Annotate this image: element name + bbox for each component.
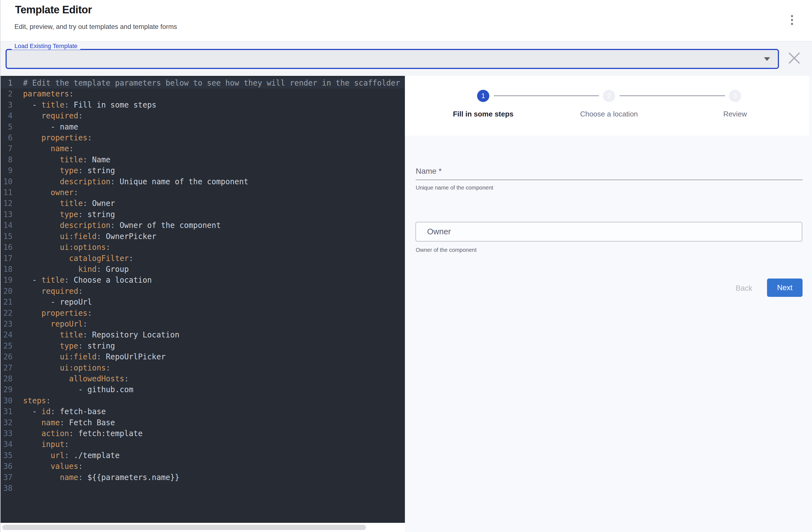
code-line[interactable]: 7 name: xyxy=(0,143,405,154)
load-template-label: Load Existing Template xyxy=(12,43,80,50)
line-content: title: Name xyxy=(13,155,111,164)
line-content: type: string xyxy=(13,341,115,350)
code-line[interactable]: 15 ui:field: OwnerPicker xyxy=(0,231,405,242)
code-line[interactable]: 29 - github.com xyxy=(0,384,405,395)
line-number: 34 xyxy=(0,439,13,450)
owner-input[interactable]: Owner xyxy=(416,222,802,241)
code-line[interactable]: 14 description: Owner of the component xyxy=(0,220,405,231)
code-line[interactable]: 19 - title: Choose a location xyxy=(0,275,405,285)
line-number: 31 xyxy=(0,406,13,417)
code-line[interactable]: 17 catalogFilter: xyxy=(0,253,405,264)
line-content: ui:options: xyxy=(13,363,111,372)
code-line[interactable]: 27 ui:options: xyxy=(0,362,405,373)
page-subtitle: Edit, preview, and try out templates and… xyxy=(14,23,177,31)
step-connector xyxy=(620,95,725,96)
back-button[interactable]: Back xyxy=(723,282,765,295)
code-line[interactable]: 10 description: Unique name of the compo… xyxy=(0,176,405,187)
yaml-code-editor[interactable]: 1# Edit the template parameters below to… xyxy=(0,76,405,523)
line-number: 11 xyxy=(0,187,13,198)
line-number: 8 xyxy=(0,154,13,165)
load-template-select[interactable] xyxy=(5,49,779,69)
code-lines: 1# Edit the template parameters below to… xyxy=(0,78,405,494)
code-line[interactable]: 24 title: Repository Location xyxy=(0,330,405,340)
line-number: 14 xyxy=(0,220,13,231)
line-content: ui:field: RepoUrlPicker xyxy=(13,352,165,361)
line-content: repoUrl: xyxy=(13,319,87,328)
line-number: 13 xyxy=(0,209,13,220)
code-line[interactable]: 34 input: xyxy=(0,439,405,450)
code-line[interactable]: 1# Edit the template parameters below to… xyxy=(0,78,405,88)
line-content: description: Owner of the component xyxy=(13,221,221,229)
line-content: action: fetch:template xyxy=(13,429,143,438)
code-line[interactable]: 32 name: Fetch Base xyxy=(0,417,405,428)
code-line[interactable]: 5 - name xyxy=(0,122,405,132)
page-right-border xyxy=(809,76,812,532)
code-line[interactable]: 26 ui:field: RepoUrlPicker xyxy=(0,351,405,362)
code-line[interactable]: 33 action: fetch:template xyxy=(0,428,405,439)
code-line[interactable]: 28 allowedHosts: xyxy=(0,373,405,384)
code-line[interactable]: 2parameters: xyxy=(0,88,405,99)
line-content: input: xyxy=(13,440,69,449)
line-number: 22 xyxy=(0,308,13,319)
code-line[interactable]: 36 values: xyxy=(0,461,405,472)
code-line[interactable]: 11 owner: xyxy=(0,187,405,198)
line-number: 16 xyxy=(0,242,13,253)
next-button[interactable]: Next xyxy=(767,279,802,297)
line-content: - id: fetch-base xyxy=(13,407,106,416)
code-line[interactable]: 3 - title: Fill in some steps xyxy=(0,99,405,110)
code-line[interactable]: 23 repoUrl: xyxy=(0,319,405,330)
kebab-menu-icon[interactable] xyxy=(786,11,798,29)
name-input[interactable]: Name * xyxy=(416,155,802,180)
line-number: 10 xyxy=(0,176,13,187)
line-content: parameters: xyxy=(13,89,74,98)
code-line[interactable]: 30steps: xyxy=(0,395,405,406)
line-content: steps: xyxy=(13,396,50,405)
line-number: 24 xyxy=(0,330,13,340)
code-line[interactable]: 18 kind: Group xyxy=(0,264,405,275)
code-line[interactable]: 9 type: string xyxy=(0,165,405,176)
line-number: 18 xyxy=(0,264,13,275)
line-number: 28 xyxy=(0,373,13,384)
code-line[interactable]: 4 required: xyxy=(0,110,405,121)
line-number: 35 xyxy=(0,450,13,461)
name-helper-text: Unique name of the component xyxy=(416,184,493,191)
line-content: name: xyxy=(13,144,74,153)
owner-helper-text: Owner of the component xyxy=(416,247,477,253)
line-content xyxy=(13,484,23,492)
editor-horizontal-scrollbar xyxy=(0,523,405,532)
line-content: properties: xyxy=(13,133,92,142)
page-title: Template Editor xyxy=(15,4,92,16)
code-line[interactable]: 6 properties: xyxy=(0,132,405,143)
line-number: 38 xyxy=(0,483,13,494)
clear-selection-button[interactable] xyxy=(786,50,802,67)
code-line[interactable]: 20 required: xyxy=(0,286,405,297)
line-content: - repoUrl xyxy=(13,297,92,306)
stepper: 1 2 3 Fill in some steps Choose a locati… xyxy=(405,76,812,136)
close-x-icon xyxy=(787,51,801,65)
code-line[interactable]: 37 name: ${{parameters.name}} xyxy=(0,472,405,483)
line-number: 30 xyxy=(0,395,13,406)
line-number: 36 xyxy=(0,461,13,472)
line-content: allowedHosts: xyxy=(13,374,129,383)
code-line[interactable]: 21 - repoUrl xyxy=(0,297,405,307)
code-line[interactable]: 25 type: string xyxy=(0,340,405,351)
step-number: 3 xyxy=(733,92,737,100)
line-number: 17 xyxy=(0,253,13,264)
code-line[interactable]: 16 ui:options: xyxy=(0,242,405,253)
code-line[interactable]: 12 title: Owner xyxy=(0,198,405,209)
line-content: kind: Group xyxy=(13,265,129,274)
code-line[interactable]: 31 - id: fetch-base xyxy=(0,406,405,417)
code-line[interactable]: 35 url: ./template xyxy=(0,450,405,461)
code-line[interactable]: 22 properties: xyxy=(0,308,405,319)
line-number: 6 xyxy=(0,132,13,143)
code-line[interactable]: 38 xyxy=(0,483,405,494)
step-number: 1 xyxy=(481,92,485,100)
scrollbar-thumb[interactable] xyxy=(2,525,366,530)
step-connector xyxy=(494,95,599,96)
step-label-choose-a-location: Choose a location xyxy=(551,110,667,118)
line-content: values: xyxy=(13,462,83,471)
line-number: 3 xyxy=(0,99,13,110)
code-line[interactable]: 13 type: string xyxy=(0,209,405,220)
owner-field-label: Owner xyxy=(427,222,451,241)
code-line[interactable]: 8 title: Name xyxy=(0,154,405,165)
